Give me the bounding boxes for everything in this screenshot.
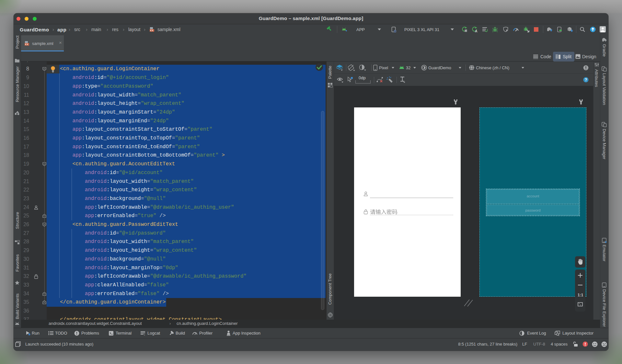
svg-text:A: A — [475, 29, 478, 33]
svg-text:1:1: 1:1 — [578, 293, 583, 297]
svg-text:?: ? — [585, 78, 587, 82]
